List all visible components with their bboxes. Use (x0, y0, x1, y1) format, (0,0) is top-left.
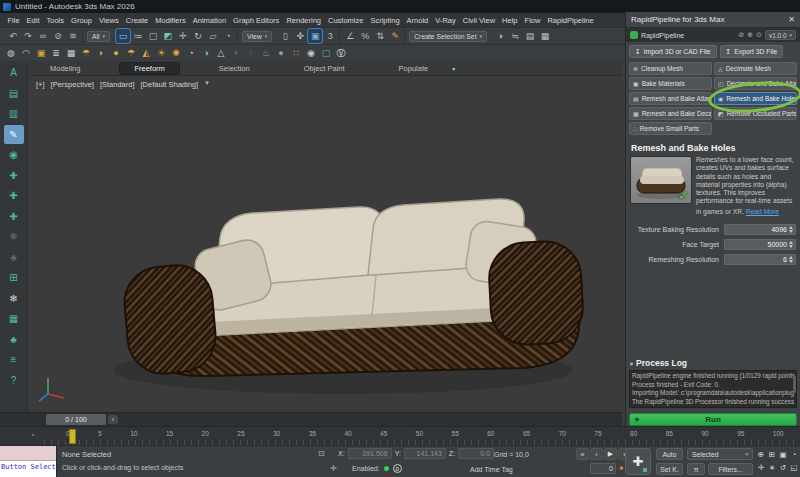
snaps-toggle-icon[interactable]: ▣ (308, 29, 322, 43)
panel-settings-icon[interactable]: ⊘ (738, 31, 744, 39)
read-more-link[interactable]: Read More (746, 208, 779, 216)
reference-coordinate-dropdown[interactable]: View▾ (242, 31, 272, 42)
track-bar[interactable]: ◔ 05101520253035404550556065707580859095… (0, 426, 800, 445)
listener-macro-pane[interactable] (0, 446, 56, 461)
track-bar-mode-icon[interactable]: ◔ (30, 431, 35, 440)
preset-cleanup-mesh[interactable]: ⊗Cleanup Mesh (629, 62, 712, 75)
zoom-all-icon[interactable]: ⊞ (767, 448, 777, 460)
run-button[interactable]: ✦ Run (629, 413, 797, 426)
angle-snap-icon[interactable]: ∠ (343, 29, 357, 43)
list-menu-icon[interactable]: ≡ (4, 350, 24, 369)
maximize-viewport-icon[interactable]: ◱ (789, 461, 799, 473)
selection-lock-icon[interactable]: ⊡ (318, 449, 325, 458)
log-scrollbar[interactable] (793, 375, 796, 393)
copy-frames-icon[interactable]: ⊞ (4, 268, 24, 287)
percent-snap-icon[interactable]: % (358, 29, 372, 43)
field-of-view-icon[interactable]: ◔ (789, 448, 799, 460)
isolate-selection-icon[interactable]: ◑ (493, 29, 507, 43)
menu-item[interactable]: Edit (23, 16, 43, 25)
unlink-selection-icon[interactable]: ⊘ (51, 29, 65, 43)
select-and-scale-icon[interactable]: ▱ (206, 29, 220, 43)
menu-item[interactable]: Graph Editors (230, 16, 283, 25)
menu-item[interactable]: Animation (189, 16, 229, 25)
fire-icon[interactable]: ♨ (259, 46, 273, 60)
window-panel-icon[interactable]: ▤ (4, 84, 24, 103)
menu-item[interactable]: RapidPipeline (544, 16, 597, 25)
preset-remesh-and-bake-decals[interactable]: ▦Remesh and Bake Decals (629, 107, 712, 120)
preset-remesh-and-bake-holes[interactable]: ◉Remesh and Bake Holes (714, 92, 797, 105)
setting-field[interactable]: 4096 (724, 224, 796, 235)
listener-script-pane[interactable]: Button Selecter (0, 461, 56, 477)
z-field[interactable]: 0.0 (458, 448, 494, 459)
menu-item[interactable]: Create (122, 16, 152, 25)
proc-add-icon[interactable]: ✚ (4, 166, 24, 185)
cone-light-icon[interactable]: ◭ (139, 46, 153, 60)
add-time-tag[interactable]: Add Time Tag (470, 466, 513, 473)
preset-decimate-mesh[interactable]: ◬Decimate Mesh (714, 62, 797, 75)
preset-remove-occluded-parts[interactable]: ◩Remove Occluded Parts (714, 107, 797, 120)
orbit-icon[interactable]: ↺ (778, 461, 788, 473)
sphere-light-icon[interactable]: ● (109, 46, 123, 60)
pie-chart-icon[interactable]: ◑ (199, 46, 213, 60)
add-keyframe-button[interactable]: ✚ (625, 448, 651, 475)
panel-title-bar[interactable]: RapidPipeline for 3ds Max ✕ (626, 12, 800, 28)
menu-item[interactable]: Flow (521, 16, 544, 25)
edit-named-selection-sets-icon[interactable]: ✎ (388, 29, 402, 43)
dim-tree-icon[interactable]: ♣ (4, 248, 24, 267)
spot-light-icon[interactable]: ☂ (79, 46, 93, 60)
import-button[interactable]: ↧Import 3D or CAD File (629, 45, 717, 58)
x-field[interactable]: 391.508 (348, 448, 392, 459)
rectangular-selection-region-icon[interactable]: ▢ (146, 29, 160, 43)
select-and-manipulate-icon[interactable]: ✜ (293, 29, 307, 43)
auto-key-button[interactable]: Auto (656, 448, 683, 460)
menu-item[interactable]: File (4, 16, 23, 25)
key-mode-icon[interactable]: ✦ (618, 464, 625, 473)
filters-button[interactable]: Filters... (708, 463, 753, 475)
preset-bake-materials[interactable]: ▣Bake Materials (629, 77, 712, 90)
preset-remesh-and-bake-atlas[interactable]: ▤Remesh and Bake Atlas (629, 92, 712, 105)
preset-remove-small-parts[interactable]: ∴Remove Small Parts (629, 122, 712, 135)
time-slider-next-button[interactable]: › (108, 415, 118, 424)
per-viewport-filter-icon[interactable]: ▼ (204, 80, 210, 89)
viewport-menu-general[interactable]: [+] (36, 80, 45, 89)
pan-icon[interactable]: ✛ (756, 461, 766, 473)
spinner-snap-icon[interactable]: ⇅ (373, 29, 387, 43)
layer-explorer-icon[interactable]: ▦ (538, 29, 552, 43)
tower-icon[interactable]: △ (214, 46, 228, 60)
help-icon[interactable]: ? (4, 371, 24, 390)
menu-item[interactable]: Modifiers (152, 16, 189, 25)
ribbon-minimize-icon[interactable]: ▾ (452, 65, 455, 72)
dim-sphere-icon[interactable]: ✧ (244, 46, 258, 60)
viewport-menu-shading[interactable]: [Default Shading] (141, 80, 199, 89)
select-and-move-icon[interactable]: ✛ (176, 29, 190, 43)
ribbon-tab[interactable]: Modeling (36, 63, 94, 74)
vray-toolbar-icon[interactable]: Ⓥ (334, 46, 348, 60)
ribbon-tab[interactable]: Selection (205, 63, 264, 74)
dim-brush-icon[interactable]: ✦ (229, 46, 243, 60)
menu-item[interactable]: Tools (43, 16, 68, 25)
select-object-icon[interactable]: ▭ (116, 29, 130, 43)
use-pivot-point-icon[interactable]: ▯ (278, 29, 292, 43)
camera-icon[interactable]: ▦ (64, 46, 78, 60)
viewport-menu-pov[interactable]: [Perspective] (51, 80, 94, 89)
menu-item[interactable]: Arnold (403, 16, 432, 25)
gray-sphere-icon[interactable]: ● (274, 46, 288, 60)
absolute-mode-icon[interactable]: ✛ (330, 464, 337, 473)
gift-box-icon[interactable]: ▣ (34, 46, 48, 60)
selection-set-dropdown[interactable]: Create Selection Set▾ (409, 31, 487, 42)
setting-field[interactable]: 50000 (724, 239, 796, 250)
collapse-caret-icon[interactable]: ▾ (630, 360, 633, 367)
select-and-place-icon[interactable]: ◔ (221, 29, 235, 43)
atom-add-icon[interactable]: ✚ (4, 186, 24, 205)
current-frame-field[interactable]: 0 (590, 463, 616, 474)
arch-icon[interactable]: ◠ (19, 46, 33, 60)
zoom-extents-icon[interactable]: ▣ (778, 448, 788, 460)
ribbon-tab[interactable]: Object Paint (290, 63, 359, 74)
preset-decimate-and-bake-atlas[interactable]: ◰Decimate and Bake Atlas (714, 77, 797, 90)
ribbon-tab[interactable]: Freeform (120, 63, 178, 74)
export-button[interactable]: ↥Export 3D File (720, 45, 784, 58)
ribbon-tab[interactable]: Populate (385, 63, 443, 74)
time-slider[interactable]: 0 / 100 › (0, 412, 622, 426)
image-icon[interactable]: ▦ (4, 309, 24, 328)
spinner-icon[interactable] (789, 256, 793, 263)
